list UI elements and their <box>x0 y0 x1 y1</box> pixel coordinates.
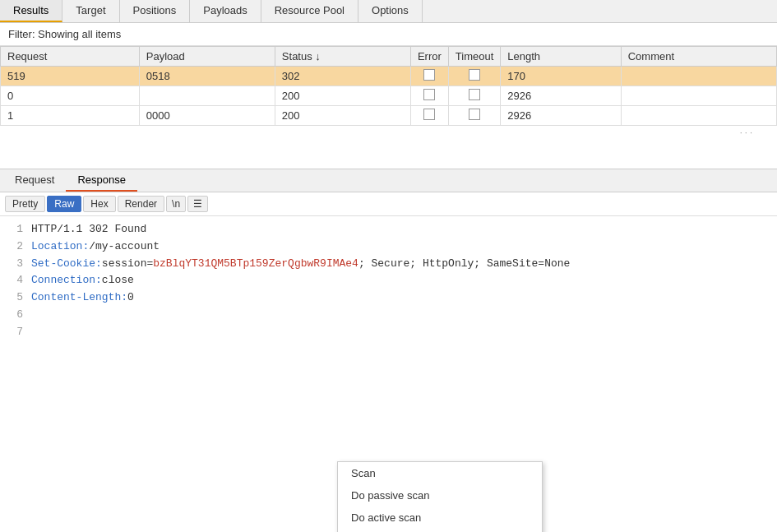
table-row[interactable]: 0 200 2926 <box>1 86 777 106</box>
more-dots: · · · <box>0 126 777 139</box>
cell-error <box>410 67 448 86</box>
cell-comment <box>621 67 776 86</box>
col-error: Error <box>410 47 448 67</box>
tab-target[interactable]: Target <box>62 0 119 22</box>
tab-options[interactable]: Options <box>358 0 423 22</box>
line-5: 5 Content-Length: 0 <box>8 289 769 307</box>
cell-timeout <box>448 106 500 126</box>
response-content: 1 HTTP/1.1 302 Found 2 Location: /my-acc… <box>0 216 777 346</box>
results-table: Request Payload Status ↓ Error Timeout L… <box>0 46 777 126</box>
line-6: 6 <box>8 307 769 324</box>
cell-payload <box>139 86 275 106</box>
col-request: Request <box>1 47 140 67</box>
table-row[interactable]: 519 0518 302 170 <box>1 67 777 86</box>
col-length: Length <box>501 47 621 67</box>
cell-comment <box>621 86 776 106</box>
cell-request: 1 <box>1 106 140 126</box>
format-bar: Pretty Raw Hex Render \n ☰ <box>0 192 777 216</box>
cell-length: 170 <box>501 67 621 86</box>
tab-request[interactable]: Request <box>3 169 66 192</box>
hex-button[interactable]: Hex <box>83 196 115 212</box>
cell-timeout <box>448 67 500 86</box>
render-button[interactable]: Render <box>118 196 164 212</box>
cell-comment <box>621 106 776 126</box>
col-timeout: Timeout <box>448 47 500 67</box>
cell-status: 200 <box>275 106 410 126</box>
cell-timeout <box>448 86 500 106</box>
line-7: 7 <box>8 324 769 341</box>
cell-request: 519 <box>1 67 140 86</box>
cell-status: 200 <box>275 86 410 106</box>
cell-payload: 0000 <box>139 106 275 126</box>
pretty-button[interactable]: Pretty <box>5 196 45 212</box>
cell-length: 2926 <box>501 106 621 126</box>
tab-payloads[interactable]: Payloads <box>190 0 261 22</box>
tab-response[interactable]: Response <box>66 169 137 192</box>
raw-button[interactable]: Raw <box>47 196 81 212</box>
tab-resource-pool[interactable]: Resource Pool <box>261 0 358 22</box>
tab-positions[interactable]: Positions <box>120 0 191 22</box>
ctx-scan-label: Scan <box>351 467 376 479</box>
line-3: 3 Set-Cookie: session=bzBlqYT31QM5BTp159… <box>8 256 769 273</box>
tab-results[interactable]: Results <box>0 0 62 22</box>
cell-request: 0 <box>1 86 140 106</box>
results-table-container: Request Payload Status ↓ Error Timeout L… <box>0 46 777 169</box>
ctx-passive-scan-label: Do passive scan <box>351 489 429 502</box>
menu-icon-button[interactable]: ☰ <box>187 196 208 212</box>
line-4: 4 Connection: close <box>8 272 769 289</box>
ctx-passive-scan[interactable]: Do passive scan <box>338 484 542 507</box>
line-1: 1 HTTP/1.1 302 Found <box>8 221 769 238</box>
table-row[interactable]: 1 0000 200 2926 <box>1 106 777 126</box>
req-resp-tabs: Request Response <box>0 169 777 192</box>
col-status[interactable]: Status ↓ <box>275 47 410 67</box>
ctx-send-intruder[interactable]: Send to Intruder Ctrl-I <box>338 529 542 532</box>
top-nav: Results Target Positions Payloads Resour… <box>0 0 777 23</box>
ctx-scan[interactable]: Scan <box>338 462 542 484</box>
cell-error <box>410 86 448 106</box>
newline-button[interactable]: \n <box>166 196 186 212</box>
bottom-area: Request Response Pretty Raw Hex Render \… <box>0 169 777 346</box>
cell-payload: 0518 <box>139 67 275 86</box>
cell-error <box>410 106 448 126</box>
ctx-active-scan-label: Do active scan <box>351 511 421 524</box>
ctx-active-scan[interactable]: Do active scan <box>338 507 542 529</box>
filter-text: Filter: Showing all items <box>8 28 121 40</box>
filter-bar: Filter: Showing all items <box>0 23 777 46</box>
cell-length: 2926 <box>501 86 621 106</box>
col-comment: Comment <box>621 47 776 67</box>
col-payload: Payload <box>139 47 275 67</box>
context-menu: Scan Do passive scan Do active scan Send… <box>337 461 543 532</box>
line-2: 2 Location: /my-account <box>8 238 769 256</box>
cell-status: 302 <box>275 67 410 86</box>
